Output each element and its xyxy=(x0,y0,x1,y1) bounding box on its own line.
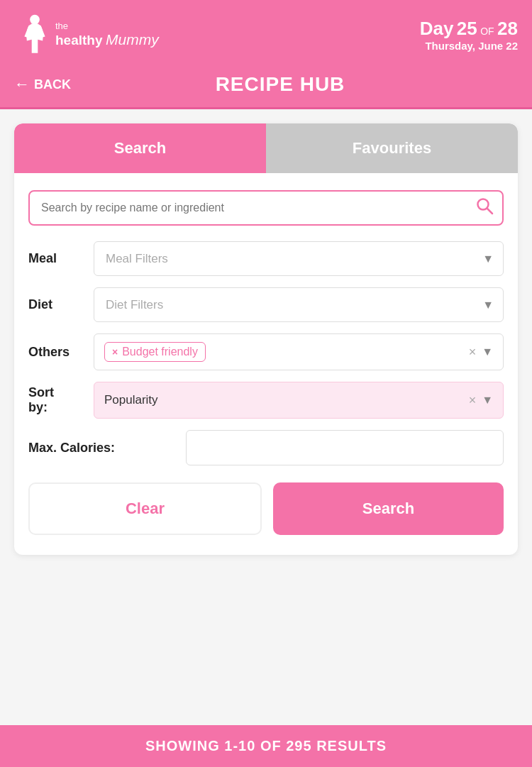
others-select-wrap[interactable]: × Budget friendly × ▼ xyxy=(94,333,504,370)
meal-select-wrapper: Meal Filters ▼ xyxy=(94,241,504,276)
svg-line-2 xyxy=(487,209,493,214)
button-row: Clear Search xyxy=(28,482,504,535)
calories-label: Max. Calories: xyxy=(28,441,177,456)
search-button[interactable]: Search xyxy=(273,482,504,535)
logo-figure xyxy=(17,13,52,56)
back-arrow-icon: ← xyxy=(14,75,30,94)
tag-label: Budget friendly xyxy=(122,346,198,358)
calories-input[interactable] xyxy=(186,430,504,465)
navbar: ← BACK RECIPE HUB xyxy=(0,67,532,109)
sort-select-wrap[interactable]: Popularity × ▼ xyxy=(94,382,504,419)
recipe-search-input[interactable] xyxy=(28,190,504,226)
search-icon-button[interactable] xyxy=(475,197,494,219)
tabs: Search Favourites xyxy=(14,123,518,173)
sort-value: Popularity xyxy=(104,393,469,407)
results-text: SHOWING 1-10 OF 295 RESULTS xyxy=(145,738,387,754)
day-number: 25 xyxy=(457,18,477,39)
tab-search[interactable]: Search xyxy=(14,123,266,173)
date-text: Thursday, June 22 xyxy=(420,40,518,52)
logo-area: the healthy Mummy xyxy=(14,13,159,56)
logo-text: the healthy Mummy xyxy=(55,21,159,48)
others-tag-item: × Budget friendly xyxy=(104,342,206,362)
sort-clear-icon[interactable]: × xyxy=(469,393,477,408)
tag-remove-icon[interactable]: × xyxy=(112,346,118,358)
others-chevron-icon[interactable]: ▼ xyxy=(482,346,493,358)
calories-row: Max. Calories: xyxy=(28,430,504,465)
sort-filter-row: Sort by: Popularity × ▼ xyxy=(28,382,504,419)
tab-favourites[interactable]: Favourites xyxy=(266,123,518,173)
diet-filter-row: Diet Diet Filters ▼ xyxy=(28,287,504,322)
day-info: Day 25 OF 28 Thursday, June 22 xyxy=(420,18,518,52)
others-label: Others xyxy=(28,345,85,360)
main-content: Search Favourites Meal xyxy=(0,109,532,748)
meal-select[interactable]: Meal Filters xyxy=(94,241,504,276)
diet-select-wrapper: Diet Filters ▼ xyxy=(94,287,504,322)
search-input-wrap xyxy=(28,190,504,226)
meal-label: Meal xyxy=(28,251,85,266)
day-label: Day xyxy=(420,18,454,39)
total-days: 28 xyxy=(497,18,518,39)
svg-point-0 xyxy=(30,14,40,24)
header: the healthy Mummy Day 25 OF 28 Thursday,… xyxy=(0,0,532,67)
meal-filter-row: Meal Meal Filters ▼ xyxy=(28,241,504,276)
clear-button[interactable]: Clear xyxy=(28,482,262,535)
diet-label: Diet xyxy=(28,297,85,312)
tab-card: Search Favourites Meal xyxy=(14,123,518,555)
back-label: BACK xyxy=(34,77,71,92)
others-filter-row: Others × Budget friendly × ▼ xyxy=(28,333,504,370)
others-clear-icon[interactable]: × xyxy=(469,345,477,360)
sort-label: Sort by: xyxy=(28,385,85,415)
bottom-spacer xyxy=(14,555,518,605)
page-title: RECIPE HUB xyxy=(85,73,475,96)
of-label: OF xyxy=(480,26,494,37)
back-button[interactable]: ← BACK xyxy=(14,75,71,94)
form-area: Meal Meal Filters ▼ Diet Diet Filters ▼ xyxy=(14,173,518,555)
sort-chevron-icon[interactable]: ▼ xyxy=(482,394,493,407)
diet-select[interactable]: Diet Filters xyxy=(94,287,504,322)
results-bar: SHOWING 1-10 OF 295 RESULTS xyxy=(0,725,532,767)
search-icon xyxy=(475,197,494,215)
